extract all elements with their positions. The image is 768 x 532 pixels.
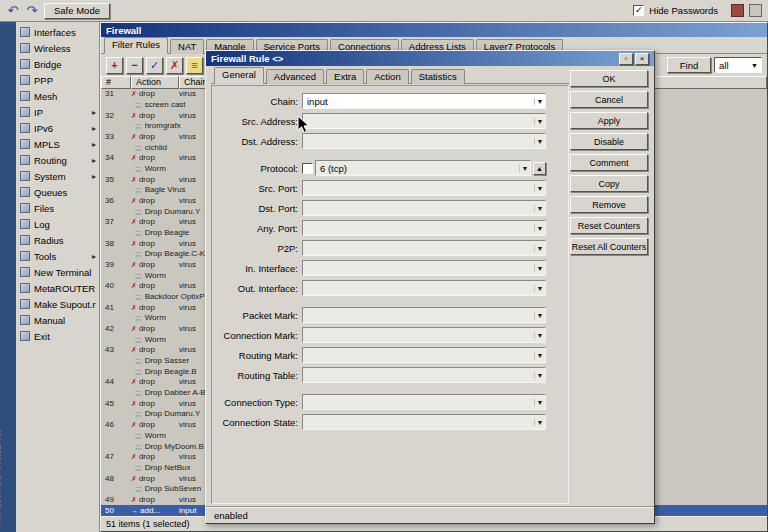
field-combo-protocol[interactable]: 6 (tcp)▼ bbox=[315, 160, 531, 176]
toolbar-add-button[interactable]: + bbox=[106, 57, 123, 74]
column-header-[interactable]: # bbox=[101, 76, 131, 89]
sidebar-item-mesh[interactable]: Mesh bbox=[16, 88, 99, 104]
field-checkbox[interactable] bbox=[302, 163, 313, 174]
top-toolbar: ↶ ↷ Safe Mode ✓ Hide Passwords bbox=[0, 0, 768, 22]
field-combo-in-interface[interactable]: ▼ bbox=[302, 260, 546, 276]
remove-button[interactable]: Remove bbox=[570, 196, 648, 213]
sidebar-item-bridge[interactable]: Bridge bbox=[16, 56, 99, 72]
sidebar-item-ip[interactable]: IP▸ bbox=[16, 104, 99, 120]
field-combo-routing-mark[interactable]: ▼ bbox=[302, 347, 546, 363]
dropdown-arrow-icon: ▼ bbox=[534, 332, 545, 339]
drop-action-icon: ✗ bbox=[131, 111, 137, 121]
row-action: ✗drop bbox=[131, 239, 179, 249]
sidebar-item-make-supout-rif[interactable]: Make Supout.rif bbox=[16, 296, 99, 312]
comment-button[interactable]: Comment bbox=[570, 154, 648, 171]
field-combo-routing-table[interactable]: ▼ bbox=[302, 367, 546, 383]
comment-text: Worm bbox=[145, 313, 166, 323]
sidebar-item-log[interactable]: Log bbox=[16, 216, 99, 232]
apply-button[interactable]: Apply bbox=[570, 112, 648, 129]
sidebar-item-new-terminal[interactable]: New Terminal bbox=[16, 264, 99, 280]
find-button[interactable]: Find bbox=[667, 57, 711, 73]
safe-mode-button[interactable]: Safe Mode bbox=[44, 3, 110, 19]
find-scope-dropdown[interactable]: all ▼ bbox=[714, 57, 762, 73]
dropdown-arrow-icon: ▼ bbox=[534, 225, 545, 232]
disable-button[interactable]: Disable bbox=[570, 133, 648, 150]
sidebar-item-tools[interactable]: Tools▸ bbox=[16, 248, 99, 264]
dialog-buttons: OKCancelApplyDisableCommentCopyRemoveRes… bbox=[570, 70, 648, 255]
dialog-titlebar[interactable]: Firewall Rule <> ▫× bbox=[206, 51, 654, 66]
reset-all-counters-button[interactable]: Reset All Counters bbox=[570, 238, 648, 255]
comment-text: Drop Dumaru.Y bbox=[145, 207, 201, 217]
field-combo-src-port[interactable]: ▼ bbox=[302, 180, 546, 196]
row-action: ✗drop bbox=[131, 420, 179, 430]
sidebar-item-label: MetaROUTER bbox=[34, 283, 96, 294]
reset-counters-button[interactable]: Reset Counters bbox=[570, 217, 648, 234]
submenu-arrow-icon: ▸ bbox=[92, 252, 96, 261]
sidebar-item-system[interactable]: System▸ bbox=[16, 168, 99, 184]
clear-field-button[interactable]: ▲ bbox=[533, 162, 546, 175]
find-scope-value: all bbox=[719, 60, 729, 71]
sidebar-item-radius[interactable]: Radius bbox=[16, 232, 99, 248]
sidebar-item-mpls[interactable]: MPLS▸ bbox=[16, 136, 99, 152]
undo-icon[interactable]: ↶ bbox=[6, 4, 20, 17]
row-action-label: drop bbox=[139, 239, 155, 249]
sidebar-item-metarouter[interactable]: MetaROUTER bbox=[16, 280, 99, 296]
row-action-label: drop bbox=[139, 89, 155, 99]
tab-general[interactable]: General bbox=[214, 67, 264, 84]
comment-text: Drop Dumaru.Y bbox=[145, 409, 201, 419]
field-combo-chain[interactable]: input▼ bbox=[302, 93, 546, 109]
field-combo-connection-state[interactable]: ▼ bbox=[302, 414, 546, 430]
copy-button[interactable]: Copy bbox=[570, 175, 648, 192]
tab-advanced[interactable]: Advanced bbox=[266, 69, 324, 84]
sidebar-item-routing[interactable]: Routing▸ bbox=[16, 152, 99, 168]
sidebar-item-queues[interactable]: Queues bbox=[16, 184, 99, 200]
column-header-action[interactable]: Action bbox=[131, 76, 179, 89]
sidebar-item-ppp[interactable]: PPP bbox=[16, 72, 99, 88]
row-number: 50 bbox=[101, 506, 131, 516]
close-icon[interactable]: × bbox=[635, 53, 649, 65]
mpls-icon bbox=[20, 139, 30, 149]
tab-action[interactable]: Action bbox=[366, 69, 408, 84]
field-combo-out-interface[interactable]: ▼ bbox=[302, 280, 546, 296]
toolbar-enable-button[interactable]: ✓ bbox=[146, 57, 163, 74]
field-label: Connection Mark: bbox=[218, 330, 302, 341]
sidebar-item-label: Exit bbox=[34, 331, 96, 342]
toolbar-comment-button[interactable]: ≡ bbox=[186, 57, 203, 74]
sidebar-item-manual[interactable]: Manual bbox=[16, 312, 99, 328]
sidebar-item-interfaces[interactable]: Interfaces bbox=[16, 24, 99, 40]
tab-filter-rules[interactable]: Filter Rules bbox=[104, 37, 168, 54]
field-combo-connection-mark[interactable]: ▼ bbox=[302, 327, 546, 343]
field-combo-packet-mark[interactable]: ▼ bbox=[302, 307, 546, 323]
tab-nat[interactable]: NAT bbox=[170, 39, 204, 54]
toolbar-disable-button[interactable]: ✗ bbox=[166, 57, 183, 74]
row-action-label: drop bbox=[139, 196, 155, 206]
sidebar-item-exit[interactable]: Exit bbox=[16, 328, 99, 344]
field-label: P2P: bbox=[218, 243, 302, 254]
comment-text: Worm bbox=[145, 271, 166, 281]
restore-icon[interactable]: ▫ bbox=[619, 53, 633, 65]
sidebar-item-ipv6[interactable]: IPv6▸ bbox=[16, 120, 99, 136]
field-combo-p2p[interactable]: ▼ bbox=[302, 240, 546, 256]
field-combo-dst-port[interactable]: ▼ bbox=[302, 200, 546, 216]
toolbar-remove-button[interactable]: − bbox=[126, 57, 143, 74]
sidebar-item-wireless[interactable]: Wireless bbox=[16, 40, 99, 56]
tab-statistics[interactable]: Statistics bbox=[411, 69, 465, 84]
ok-button[interactable]: OK bbox=[570, 70, 648, 87]
field-combo-dst-address[interactable]: ▼ bbox=[302, 133, 546, 149]
hide-passwords-checkbox[interactable]: ✓ bbox=[633, 5, 644, 16]
field-row-connection-state: Connection State:▼ bbox=[218, 412, 568, 432]
comment-prefix: ;;; bbox=[135, 431, 142, 441]
field-combo-src-address[interactable]: ▼ bbox=[302, 113, 546, 129]
sidebar-item-files[interactable]: Files bbox=[16, 200, 99, 216]
firewall-rule-dialog: Firewall Rule <> ▫× GeneralAdvancedExtra… bbox=[205, 50, 655, 524]
redo-icon[interactable]: ↷ bbox=[25, 4, 39, 17]
field-combo-connection-type[interactable]: ▼ bbox=[302, 394, 546, 410]
cancel-button[interactable]: Cancel bbox=[570, 91, 648, 108]
tab-extra[interactable]: Extra bbox=[326, 69, 364, 84]
row-action-label: drop bbox=[139, 153, 155, 163]
mesh-icon bbox=[20, 91, 30, 101]
items-count: 51 items (1 selected) bbox=[106, 519, 190, 529]
firewall-titlebar[interactable]: Firewall bbox=[101, 23, 767, 37]
field-combo-any-port[interactable]: ▼ bbox=[302, 220, 546, 236]
comment-prefix: ;;; bbox=[135, 207, 142, 217]
